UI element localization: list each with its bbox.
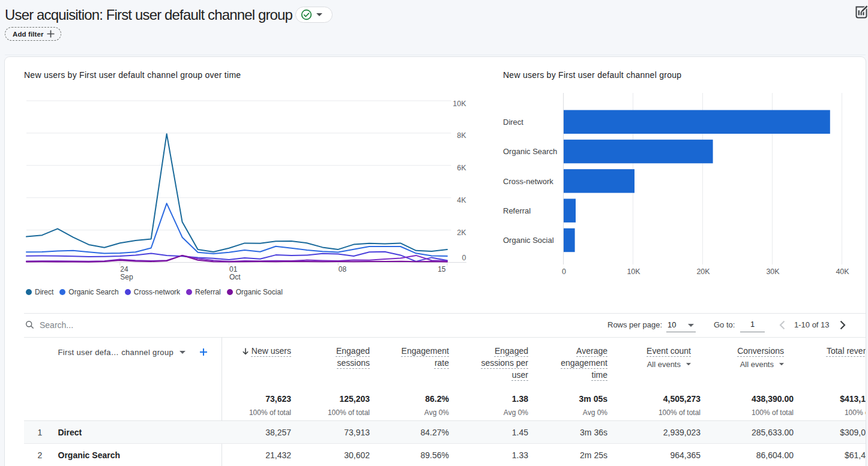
dimension-header-label: First user defa… channel group (58, 348, 174, 357)
svg-text:10K: 10K (453, 100, 466, 108)
check-circle-icon (301, 9, 312, 20)
svg-text:2K: 2K (457, 229, 466, 237)
events-filter-dropdown[interactable]: All events (662, 357, 794, 371)
previous-page-button[interactable] (775, 318, 789, 332)
chevron-right-icon (840, 320, 846, 330)
table-row[interactable]: 2Organic Search21,43230,60289.56%1.332m … (24, 444, 866, 466)
bar-chart-title: New users by First user default channel … (503, 70, 681, 80)
svg-text:30K: 30K (766, 267, 780, 276)
svg-text:Organic Social: Organic Social (503, 236, 554, 245)
go-to-label: Go to: (714, 320, 735, 329)
go-to-page-input[interactable] (740, 317, 765, 332)
svg-text:Direct: Direct (503, 118, 523, 127)
page-header: User acquisition: First user default cha… (0, 0, 868, 57)
line-series-organic-search (26, 203, 447, 256)
row-number: 2 (24, 444, 56, 466)
svg-text:Organic Search: Organic Search (503, 147, 557, 156)
chart-legend: DirectOrganic SearchCross-networkReferra… (26, 288, 283, 296)
row-value: $61,437.97 (755, 444, 866, 466)
svg-text:15: 15 (438, 265, 446, 273)
svg-text:Cross-network: Cross-network (503, 177, 553, 186)
total-value: $413,102.36 (755, 392, 866, 405)
bar-chart: 010K20K30K40KDirectOrganic SearchCross-n… (498, 90, 866, 282)
legend-dot (227, 289, 233, 295)
legend-item: Cross-network (125, 288, 180, 296)
bar-referral (564, 199, 576, 223)
legend-dot (26, 289, 32, 295)
svg-text:Referral: Referral (503, 206, 531, 215)
svg-text:24: 24 (120, 265, 128, 273)
column-header-total-revenue[interactable]: Total revenue (755, 345, 866, 357)
plus-icon (47, 30, 55, 38)
legend-item: Organic Search (59, 288, 118, 296)
chevron-left-icon (779, 320, 785, 330)
svg-text:Sep: Sep (120, 273, 133, 281)
chevron-down-icon (316, 13, 322, 16)
row-dimension: Organic Search (58, 444, 121, 466)
next-page-button[interactable] (836, 318, 850, 332)
legend-label: Organic Search (68, 288, 118, 296)
report-card: New users by First user default channel … (5, 57, 866, 466)
legend-item: Direct (26, 288, 53, 296)
legend-item: Referral (186, 288, 221, 296)
rows-per-page-label: Rows per page: (607, 320, 662, 329)
total-sub-label: 100% of total (755, 408, 866, 417)
row-number: 1 (24, 421, 56, 444)
customize-report-icon (853, 5, 867, 19)
svg-text:Oct: Oct (229, 273, 241, 281)
rows-per-page-value: 10 (668, 320, 676, 329)
bar-organic-social (564, 229, 575, 252)
svg-text:10K: 10K (627, 267, 640, 276)
search-icon (25, 320, 35, 330)
legend-dot (125, 289, 131, 295)
bar-direct (564, 110, 830, 134)
svg-text:40K: 40K (836, 267, 849, 276)
line-chart-title: New users by First user default channel … (24, 70, 241, 80)
search-input[interactable] (40, 316, 256, 334)
divider (24, 337, 866, 338)
scroll-edge-line (5, 55, 866, 55)
column-header-line: Total revenue (755, 345, 866, 357)
legend-label: Cross-network (134, 288, 180, 296)
chevron-down-icon (779, 363, 784, 366)
chevron-down-icon (688, 324, 694, 327)
legend-dot (59, 289, 65, 295)
svg-text:01: 01 (229, 265, 238, 273)
bar-organic-search (564, 140, 713, 163)
row-dimension: Direct (58, 421, 82, 444)
add-filter-label: Add filter (13, 31, 43, 38)
add-filter-button[interactable]: Add filter (5, 27, 61, 41)
line-chart: 02K4K6K8K10K24Sep01Oct0815 (24, 90, 468, 282)
page-title: User acquisition: First user default cha… (5, 7, 292, 23)
legend-label: Direct (35, 288, 53, 296)
legend-dot (186, 289, 192, 295)
svg-text:8K: 8K (457, 131, 466, 140)
svg-text:20K: 20K (696, 267, 710, 276)
svg-text:08: 08 (339, 265, 347, 273)
svg-text:4K: 4K (457, 196, 466, 205)
row-value: $309,081.61 (755, 421, 866, 444)
table-row[interactable]: 1Direct38,25773,91384.27%1.453m 36s2,939… (24, 421, 866, 444)
line-series-cross-network (26, 252, 447, 261)
svg-text:0: 0 (562, 267, 566, 276)
table-controls: Rows per page: 10 Go to: 1-10 of 13 (24, 313, 866, 337)
line-series-direct (26, 134, 447, 252)
customize-report-button[interactable] (851, 2, 868, 22)
data-quality-pill[interactable] (295, 7, 333, 23)
legend-item: Organic Social (227, 288, 283, 296)
pagination-range: 1-10 of 13 (794, 320, 830, 329)
svg-text:0: 0 (462, 254, 466, 262)
svg-text:6K: 6K (457, 164, 466, 172)
bar-cross-network (564, 169, 634, 193)
legend-label: Organic Social (236, 288, 283, 296)
legend-label: Referral (195, 288, 221, 296)
rows-per-page-select[interactable]: 10 (666, 317, 696, 332)
events-filter-value: All events (740, 360, 774, 369)
